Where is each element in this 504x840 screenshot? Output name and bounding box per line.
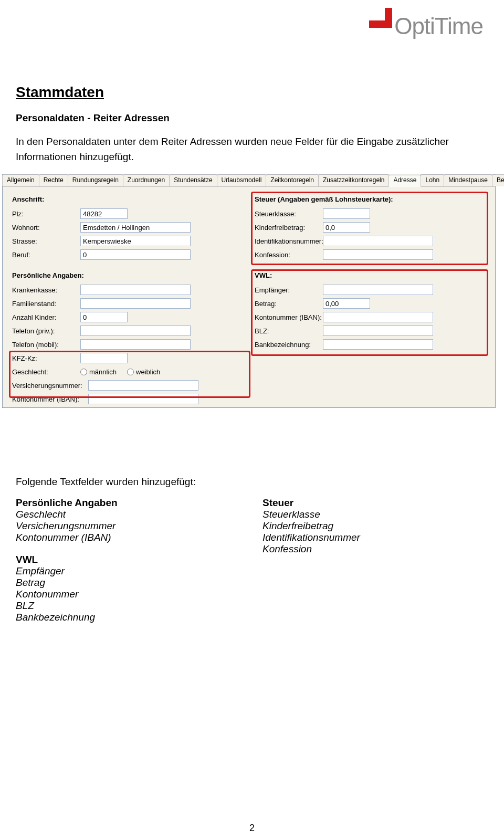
krankenkasse-field[interactable]: [80, 285, 191, 295]
vwl-kontonummer-label: Kontonummer (IBAN):: [255, 313, 323, 321]
below-intro: Folgende Textfelder wurden hinzugefügt:: [16, 476, 488, 488]
tab-befristung[interactable]: Befristung: [492, 174, 504, 186]
empfaenger-label: Empfänger:: [255, 286, 323, 294]
list-item: Bankbezeichnung: [16, 612, 220, 623]
geschlecht-label: Geschlecht:: [12, 368, 80, 376]
telefon-priv-field[interactable]: [80, 326, 191, 336]
tab-rundungsregeln[interactable]: Rundungsregeln: [68, 174, 123, 186]
section-subheading: Personaldaten - Reiter Adressen: [16, 112, 488, 124]
tab-zusatzzeitkontoregeln[interactable]: Zusatzzeitkontoregeln: [318, 174, 389, 186]
konfession-field[interactable]: [323, 249, 433, 260]
tab-stundensaetze[interactable]: Stundensätze: [169, 174, 217, 186]
anzahl-kinder-field[interactable]: [80, 312, 128, 322]
tab-adresse[interactable]: Adresse: [388, 175, 421, 187]
telefon-priv-label: Telefon (priv.):: [12, 327, 80, 335]
telefon-mobil-label: Telefon (mobil):: [12, 341, 80, 349]
tab-urlaubsmodell[interactable]: Urlaubsmodell: [217, 174, 267, 186]
tab-allgemein[interactable]: Allgemein: [2, 174, 39, 186]
blz-field[interactable]: [323, 326, 433, 336]
konfession-label: Konfession:: [255, 251, 323, 259]
list-item: Identifikationsnummer: [262, 532, 467, 543]
vwl-kontonummer-field[interactable]: [323, 312, 433, 322]
list-item: Empfänger: [16, 565, 220, 577]
telefon-mobil-field[interactable]: [80, 339, 191, 350]
wohnort-field[interactable]: [80, 222, 191, 233]
list-item: Geschlecht: [16, 509, 220, 520]
versicherungsnummer-label: Versicherungsnummer:: [12, 382, 88, 390]
vwl-title: VWL:: [255, 271, 486, 279]
steuerklasse-field[interactable]: [323, 208, 370, 219]
anzahl-kinder-label: Anzahl Kinder:: [12, 313, 80, 321]
radio-weiblich[interactable]: weiblich: [127, 368, 160, 376]
intro-text: In den Personaldaten unter dem Reiter Ad…: [16, 134, 488, 164]
familienstand-label: Familienstand:: [12, 300, 80, 308]
tab-zuordnungen[interactable]: Zuordnungen: [123, 174, 170, 186]
list-item: Versicherungsnummer: [16, 520, 220, 532]
identifikationsnummer-field[interactable]: [323, 236, 433, 246]
list-item: Konfession: [262, 543, 467, 555]
blz-label: BLZ:: [255, 327, 323, 335]
list-head-persoenlich: Persönliche Angaben: [16, 497, 220, 509]
steuerklasse-label: Steuerklasse:: [255, 210, 323, 218]
logo: OptiTime: [369, 8, 483, 39]
logo-mark-icon: [369, 8, 392, 39]
bankbezeichnung-field[interactable]: [323, 339, 433, 350]
page-number: 2: [249, 823, 255, 834]
plz-field[interactable]: [80, 208, 128, 219]
list-item: Kinderfreibetrag: [262, 520, 467, 532]
list-head-vwl: VWL: [16, 554, 220, 565]
betrag-label: Betrag:: [255, 300, 323, 308]
bankbezeichnung-label: Bankbezeichnung:: [255, 341, 323, 349]
strasse-field[interactable]: [80, 236, 191, 246]
persoenlich-title: Persönliche Angaben:: [12, 271, 243, 279]
list-item: Kontonummer (IBAN): [16, 532, 220, 543]
beruf-label: Beruf:: [12, 251, 80, 259]
logo-text: OptiTime: [394, 13, 483, 39]
app-screenshot: Allgemein Rechte Rundungsregeln Zuordnun…: [2, 174, 496, 408]
plz-label: Plz:: [12, 210, 80, 218]
radio-maennlich[interactable]: männlich: [80, 368, 117, 376]
list-item: BLZ: [16, 600, 220, 612]
krankenkasse-label: Krankenkasse:: [12, 286, 80, 294]
anschrift-title: Anschrift:: [12, 195, 243, 203]
list-item: Steuerklasse: [262, 509, 467, 520]
empfaenger-field[interactable]: [323, 285, 433, 295]
steuer-title: Steuer (Angaben gemäß Lohnsteuerkarte):: [255, 195, 486, 203]
tab-zeitkontoregeln[interactable]: Zeitkontoregeln: [266, 174, 319, 186]
tab-mindestpause[interactable]: Mindestpause: [444, 174, 492, 186]
kontonummer-field[interactable]: [88, 394, 198, 404]
page-title: Stammdaten: [16, 84, 488, 101]
list-head-steuer: Steuer: [262, 497, 467, 509]
list-item: Kontonummer: [16, 589, 220, 600]
identifikationsnummer-label: Identifikationsnummer:: [255, 237, 323, 245]
strasse-label: Strasse:: [12, 237, 80, 245]
kontonummer-label: Kontonummer (IBAN):: [12, 395, 88, 403]
kinderfreibetrag-label: Kinderfreibetrag:: [255, 224, 323, 232]
tab-bar: Allgemein Rechte Rundungsregeln Zuordnun…: [3, 174, 495, 187]
kfz-label: KFZ-Kz:: [12, 354, 80, 362]
tab-rechte[interactable]: Rechte: [39, 174, 68, 186]
kfz-field[interactable]: [80, 353, 128, 363]
tab-lohn[interactable]: Lohn: [421, 174, 444, 186]
versicherungsnummer-field[interactable]: [88, 380, 198, 391]
familienstand-field[interactable]: [80, 298, 191, 309]
kinderfreibetrag-field[interactable]: [323, 222, 370, 233]
betrag-field[interactable]: [323, 298, 370, 309]
beruf-field[interactable]: [80, 249, 191, 260]
list-item: Betrag: [16, 577, 220, 589]
wohnort-label: Wohnort:: [12, 224, 80, 232]
